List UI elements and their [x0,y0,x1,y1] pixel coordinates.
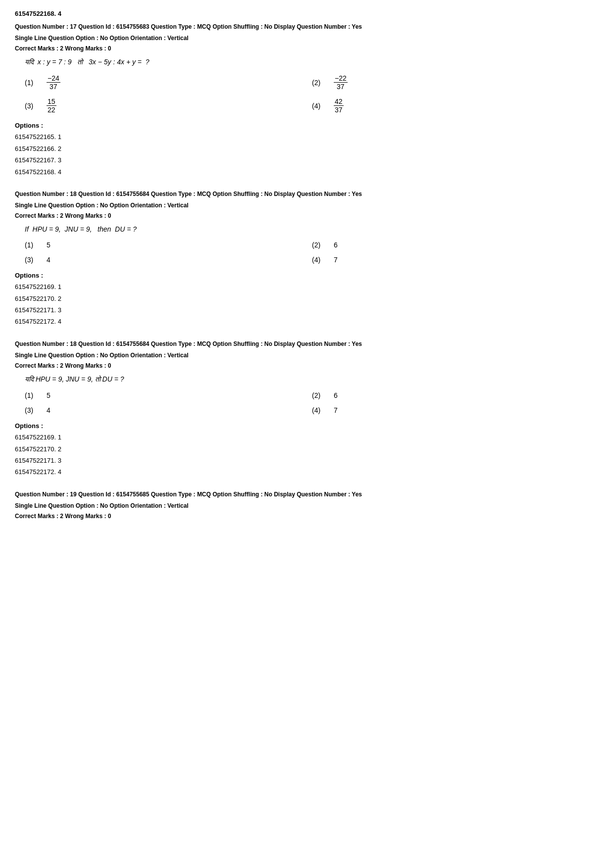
q18a-option-2: (2) 6 [312,241,599,249]
q18a-options-list: 61547522169. 1 61547522170. 2 6154752217… [15,281,599,328]
q18a-opt4-val: 7 [334,256,338,264]
q17-option-id-1: 61547522165. 1 [15,131,599,143]
q18a-option-4: (4) 7 [312,256,599,264]
q18a-opt1-val: 5 [47,241,51,249]
q18a-opt2-val: 6 [334,241,338,249]
q18a-option-id-1: 61547522169. 1 [15,281,599,292]
q17-option-4: (4) 42 37 [312,97,599,114]
q18a-options-grid: (1) 5 (2) 6 (3) 4 (4) 7 [25,241,599,264]
q17-opt3-num: (3) [25,102,37,110]
q17-opt3-fraction: 15 22 [47,97,56,114]
q18b-options-grid: (1) 5 (2) 6 (3) 4 (4) 7 [25,391,599,414]
q17-option-1: (1) −24 37 [25,74,312,91]
q17-option-id-3: 61547522167. 3 [15,154,599,166]
q17-meta-line2: Single Line Question Option : No Option … [15,34,599,43]
q17-opt2-num: (2) [312,79,324,87]
q18b-option-id-2: 61547522170. 2 [15,443,599,455]
q18b-opt3-num: (3) [25,406,37,414]
q18a-opt3-val: 4 [47,256,51,264]
q18a-marks: Correct Marks : 2 Wrong Marks : 0 [15,212,599,219]
q17-opt1-num: (1) [25,79,37,87]
q17-option-3: (3) 15 22 [25,97,312,114]
q18b-option-id-1: 61547522169. 1 [15,432,599,443]
q18b-opt2-num: (2) [312,391,324,399]
q18b-meta-line2: Single Line Question Option : No Option … [15,351,599,360]
q18b-option-id-3: 61547522171. 3 [15,455,599,466]
q18b-opt3-val: 4 [47,406,51,414]
q18b-option-4: (4) 7 [312,406,599,414]
q18a-opt3-num: (3) [25,256,37,264]
q17-meta-line1: Question Number : 17 Question Id : 61547… [15,22,599,32]
q19-meta-line1: Question Number : 19 Question Id : 61547… [15,490,599,499]
q17-marks: Correct Marks : 2 Wrong Marks : 0 [15,45,599,52]
q17-question-text: यदि x : y = 7 : 9 तो 3x − 5y : 4x + y = … [25,58,599,66]
q17-opt4-denominator: 37 [334,106,344,114]
q17-opt1-denominator: 37 [49,83,58,91]
q18b-opt2-val: 6 [334,391,338,399]
question-17: Question Number : 17 Question Id : 61547… [15,22,599,178]
q18a-option-3: (3) 4 [25,256,312,264]
q17-opt2-fraction: −22 37 [334,74,348,91]
question-18a: Question Number : 18 Question Id : 61547… [15,190,599,328]
q18b-option-2: (2) 6 [312,391,599,399]
q17-opt4-num: (4) [312,102,324,110]
q17-option-id-4: 61547522168. 4 [15,166,599,178]
q19-marks: Correct Marks : 2 Wrong Marks : 0 [15,513,599,520]
q17-options-grid: (1) −24 37 (2) −22 37 (3) 15 22 (4) 42 [25,74,599,114]
q18b-opt1-num: (1) [25,391,37,399]
q18b-options-label-wrapper: Options : 61547522169. 1 61547522170. 2 … [15,422,599,478]
q18b-opt4-val: 7 [334,406,338,414]
q17-options-list: 61547522165. 1 61547522166. 2 6154752216… [15,131,599,178]
question-18b: Question Number : 18 Question Id : 61547… [15,339,599,478]
question-19: Question Number : 19 Question Id : 61547… [15,490,599,520]
q17-opt3-numerator: 15 [47,97,56,106]
q18b-marks: Correct Marks : 2 Wrong Marks : 0 [15,362,599,369]
q18a-option-id-2: 61547522170. 2 [15,293,599,304]
q18a-opt4-num: (4) [312,256,324,264]
q18a-meta-line2: Single Line Question Option : No Option … [15,201,599,210]
q18b-opt1-val: 5 [47,391,51,399]
q17-opt4-numerator: 42 [334,97,344,106]
q18a-option-id-4: 61547522172. 4 [15,316,599,327]
q18a-option-1: (1) 5 [25,241,312,249]
q18b-question-text: यदि HPU = 9, JNU = 9, तो DU = ? [25,375,599,384]
q18a-question-text: If HPU = 9, JNU = 9, then DU = ? [25,225,599,233]
q17-opt1-fraction: −24 37 [47,74,60,91]
q18b-option-1: (1) 5 [25,391,312,399]
q17-opt2-numerator: −22 [334,74,348,83]
q18b-options-list: 61547522169. 1 61547522170. 2 6154752217… [15,432,599,478]
q17-opt1-numerator: −24 [47,74,60,83]
q17-options-label: Options : [15,122,599,129]
q17-opt2-denominator: 37 [336,83,346,91]
q18b-option-3: (3) 4 [25,406,312,414]
q18a-opt1-num: (1) [25,241,37,249]
q18a-opt2-num: (2) [312,241,324,249]
q18b-meta-line1: Question Number : 18 Question Id : 61547… [15,339,599,349]
q18a-options-label: Options : [15,272,599,279]
q18a-meta-line1: Question Number : 18 Question Id : 61547… [15,190,599,199]
q18b-options-label: Options : [15,422,599,430]
q18b-option-id-4: 61547522172. 4 [15,466,599,478]
q17-option-id-2: 61547522166. 2 [15,143,599,154]
q18b-opt4-num: (4) [312,406,324,414]
q17-option-2: (2) −22 37 [312,74,599,91]
page-header: 61547522168. 4 [15,10,599,17]
q17-opt4-fraction: 42 37 [334,97,344,114]
q18a-option-id-3: 61547522171. 3 [15,304,599,316]
q17-opt3-denominator: 22 [47,106,56,114]
q19-meta-line2: Single Line Question Option : No Option … [15,501,599,511]
